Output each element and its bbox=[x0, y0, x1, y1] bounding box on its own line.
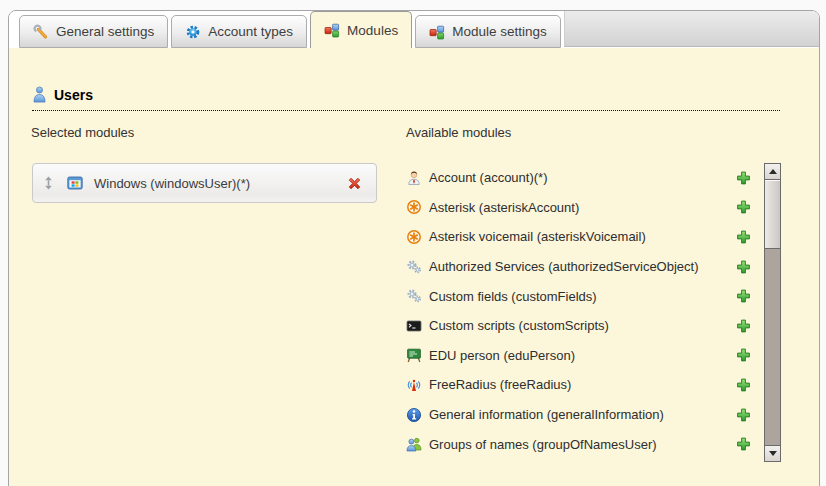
gears-icon bbox=[406, 288, 422, 304]
tab-label: Account types bbox=[208, 24, 293, 39]
available-module-row: Asterisk voicemail (asteriskVoicemail) bbox=[406, 222, 751, 252]
add-module-button[interactable] bbox=[736, 259, 751, 274]
module-label: EDU person (eduPerson) bbox=[429, 348, 575, 363]
add-module-button[interactable] bbox=[736, 437, 751, 452]
tab-general-settings[interactable]: General settings bbox=[19, 15, 168, 48]
plus-icon bbox=[736, 289, 751, 304]
module-label: Custom fields (customFields) bbox=[429, 289, 597, 304]
plus-icon bbox=[736, 229, 751, 244]
delete-icon bbox=[346, 175, 363, 192]
drag-handle-icon[interactable] bbox=[44, 176, 53, 190]
tab-label: Module settings bbox=[452, 24, 547, 39]
tab-module-settings[interactable]: Module settings bbox=[415, 15, 561, 48]
plus-icon bbox=[736, 200, 751, 215]
available-modules-list: Account (account)(*) Asterisk (asteriskA… bbox=[406, 163, 751, 459]
module-label: Groups of names (groupOfNamesUser) bbox=[429, 437, 657, 452]
available-module-row: Custom scripts (customScripts) bbox=[406, 311, 751, 341]
user-icon bbox=[32, 86, 47, 103]
windows-icon bbox=[67, 175, 83, 191]
tab-bar: General settings Account types Modules bbox=[9, 11, 819, 48]
account-person-icon bbox=[406, 170, 422, 186]
available-module-row: Asterisk (asteriskAccount) bbox=[406, 193, 751, 223]
available-module-row: EDU person (eduPerson) bbox=[406, 341, 751, 371]
gears-icon bbox=[406, 259, 422, 275]
module-label: Asterisk (asteriskAccount) bbox=[429, 200, 579, 215]
plus-icon bbox=[736, 170, 751, 185]
tab-label: General settings bbox=[56, 24, 154, 39]
users-section-heading: Users bbox=[32, 86, 780, 111]
available-module-row: Authorized Services (authorizedServiceOb… bbox=[406, 252, 751, 282]
add-module-button[interactable] bbox=[736, 318, 751, 333]
available-module-row: Groups of names (groupOfNamesUser) bbox=[406, 429, 751, 459]
selected-modules-label: Selected modules bbox=[31, 125, 134, 140]
scroll-up-icon bbox=[769, 169, 777, 174]
module-label: Account (account)(*) bbox=[429, 170, 548, 185]
module-label: FreeRadius (freeRadius) bbox=[429, 377, 571, 392]
asterisk-icon bbox=[406, 199, 422, 215]
account-types-gear-icon bbox=[185, 24, 201, 40]
add-module-button[interactable] bbox=[736, 200, 751, 215]
available-modules-label: Available modules bbox=[406, 125, 511, 140]
add-module-button[interactable] bbox=[736, 289, 751, 304]
available-list-scrollbar[interactable] bbox=[764, 163, 781, 462]
module-label: General information (generalInformation) bbox=[429, 407, 664, 422]
tab-strip-filler bbox=[564, 11, 819, 47]
plus-icon bbox=[736, 407, 751, 422]
tab-account-types[interactable]: Account types bbox=[171, 15, 307, 48]
module-label: Authorized Services (authorizedServiceOb… bbox=[429, 259, 699, 274]
tab-modules[interactable]: Modules bbox=[310, 11, 412, 48]
section-title: Users bbox=[54, 87, 93, 103]
scroll-down-icon bbox=[769, 451, 777, 456]
module-label: Asterisk voicemail (asteriskVoicemail) bbox=[429, 229, 646, 244]
chalkboard-icon bbox=[406, 347, 422, 363]
add-module-button[interactable] bbox=[736, 348, 751, 363]
asterisk-icon bbox=[406, 229, 422, 245]
add-module-button[interactable] bbox=[736, 170, 751, 185]
selected-module-label: Windows (windowsUser)(*) bbox=[94, 176, 346, 191]
terminal-icon bbox=[406, 318, 422, 334]
add-module-button[interactable] bbox=[736, 377, 751, 392]
module-label: Custom scripts (customScripts) bbox=[429, 318, 609, 333]
scrollbar-down-button[interactable] bbox=[765, 445, 780, 461]
plus-icon bbox=[736, 318, 751, 333]
config-panel: General settings Account types Modules bbox=[8, 10, 820, 486]
antenna-icon bbox=[406, 377, 422, 393]
selected-module-row: Windows (windowsUser)(*) bbox=[32, 163, 377, 203]
available-module-row: FreeRadius (freeRadius) bbox=[406, 370, 751, 400]
group-icon bbox=[406, 436, 422, 452]
scrollbar-thumb[interactable] bbox=[765, 180, 780, 249]
add-module-button[interactable] bbox=[736, 229, 751, 244]
plus-icon bbox=[736, 377, 751, 392]
available-module-row: General information (generalInformation) bbox=[406, 400, 751, 430]
wrench-icon bbox=[33, 24, 49, 40]
plus-icon bbox=[736, 348, 751, 363]
modules-cubes-icon bbox=[429, 24, 445, 40]
plus-icon bbox=[736, 437, 751, 452]
available-module-row: Custom fields (customFields) bbox=[406, 281, 751, 311]
available-module-row: Account (account)(*) bbox=[406, 163, 751, 193]
add-module-button[interactable] bbox=[736, 407, 751, 422]
plus-icon bbox=[736, 259, 751, 274]
info-icon bbox=[406, 407, 422, 423]
modules-cubes-icon bbox=[324, 22, 340, 38]
remove-module-button[interactable] bbox=[346, 175, 363, 192]
scrollbar-up-button[interactable] bbox=[765, 164, 780, 180]
tab-label: Modules bbox=[347, 23, 398, 38]
